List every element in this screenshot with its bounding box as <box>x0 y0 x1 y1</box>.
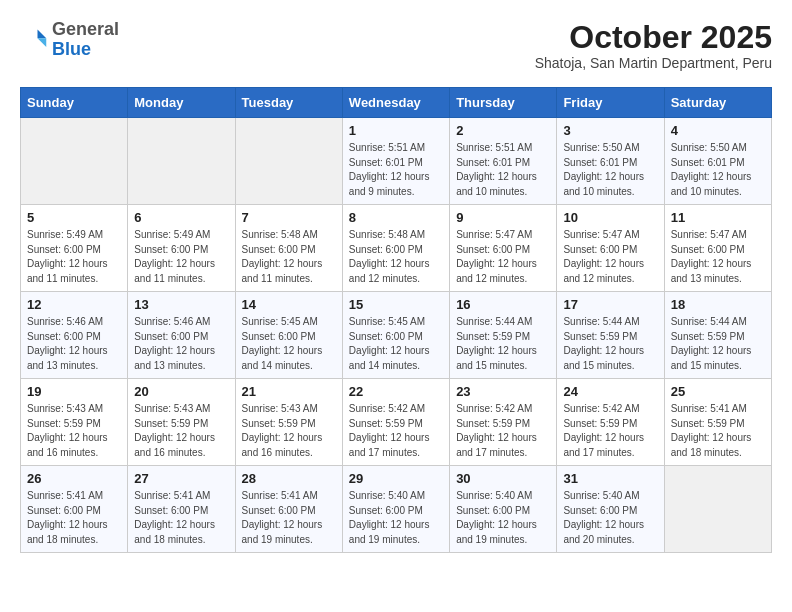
calendar-cell: 20Sunrise: 5:43 AM Sunset: 5:59 PM Dayli… <box>128 379 235 466</box>
day-number: 24 <box>563 384 657 399</box>
logo: General Blue <box>20 20 119 60</box>
calendar-cell: 19Sunrise: 5:43 AM Sunset: 5:59 PM Dayli… <box>21 379 128 466</box>
day-number: 28 <box>242 471 336 486</box>
day-info: Sunrise: 5:42 AM Sunset: 5:59 PM Dayligh… <box>563 402 657 460</box>
day-number: 12 <box>27 297 121 312</box>
calendar-cell: 16Sunrise: 5:44 AM Sunset: 5:59 PM Dayli… <box>450 292 557 379</box>
day-info: Sunrise: 5:50 AM Sunset: 6:01 PM Dayligh… <box>563 141 657 199</box>
day-number: 4 <box>671 123 765 138</box>
calendar-cell: 13Sunrise: 5:46 AM Sunset: 6:00 PM Dayli… <box>128 292 235 379</box>
day-number: 16 <box>456 297 550 312</box>
day-info: Sunrise: 5:43 AM Sunset: 5:59 PM Dayligh… <box>134 402 228 460</box>
day-number: 1 <box>349 123 443 138</box>
location-subtitle: Shatoja, San Martin Department, Peru <box>535 55 772 71</box>
calendar-week-3: 12Sunrise: 5:46 AM Sunset: 6:00 PM Dayli… <box>21 292 772 379</box>
day-info: Sunrise: 5:47 AM Sunset: 6:00 PM Dayligh… <box>563 228 657 286</box>
calendar-cell: 14Sunrise: 5:45 AM Sunset: 6:00 PM Dayli… <box>235 292 342 379</box>
logo-text: General Blue <box>52 20 119 60</box>
day-number: 2 <box>456 123 550 138</box>
calendar-cell: 6Sunrise: 5:49 AM Sunset: 6:00 PM Daylig… <box>128 205 235 292</box>
title-block: October 2025 Shatoja, San Martin Departm… <box>535 20 772 71</box>
day-info: Sunrise: 5:44 AM Sunset: 5:59 PM Dayligh… <box>671 315 765 373</box>
day-info: Sunrise: 5:42 AM Sunset: 5:59 PM Dayligh… <box>349 402 443 460</box>
day-info: Sunrise: 5:51 AM Sunset: 6:01 PM Dayligh… <box>456 141 550 199</box>
day-number: 26 <box>27 471 121 486</box>
weekday-header-thursday: Thursday <box>450 88 557 118</box>
day-info: Sunrise: 5:48 AM Sunset: 6:00 PM Dayligh… <box>349 228 443 286</box>
day-info: Sunrise: 5:43 AM Sunset: 5:59 PM Dayligh… <box>242 402 336 460</box>
calendar-week-1: 1Sunrise: 5:51 AM Sunset: 6:01 PM Daylig… <box>21 118 772 205</box>
month-title: October 2025 <box>535 20 772 55</box>
calendar-cell: 8Sunrise: 5:48 AM Sunset: 6:00 PM Daylig… <box>342 205 449 292</box>
day-number: 31 <box>563 471 657 486</box>
calendar-cell: 15Sunrise: 5:45 AM Sunset: 6:00 PM Dayli… <box>342 292 449 379</box>
calendar-cell: 30Sunrise: 5:40 AM Sunset: 6:00 PM Dayli… <box>450 466 557 553</box>
calendar-cell: 23Sunrise: 5:42 AM Sunset: 5:59 PM Dayli… <box>450 379 557 466</box>
weekday-header-monday: Monday <box>128 88 235 118</box>
day-number: 6 <box>134 210 228 225</box>
calendar-cell: 24Sunrise: 5:42 AM Sunset: 5:59 PM Dayli… <box>557 379 664 466</box>
day-number: 14 <box>242 297 336 312</box>
day-number: 11 <box>671 210 765 225</box>
calendar-week-5: 26Sunrise: 5:41 AM Sunset: 6:00 PM Dayli… <box>21 466 772 553</box>
calendar-cell: 2Sunrise: 5:51 AM Sunset: 6:01 PM Daylig… <box>450 118 557 205</box>
day-info: Sunrise: 5:46 AM Sunset: 6:00 PM Dayligh… <box>27 315 121 373</box>
weekday-header-saturday: Saturday <box>664 88 771 118</box>
day-number: 10 <box>563 210 657 225</box>
calendar-cell: 22Sunrise: 5:42 AM Sunset: 5:59 PM Dayli… <box>342 379 449 466</box>
calendar-cell: 5Sunrise: 5:49 AM Sunset: 6:00 PM Daylig… <box>21 205 128 292</box>
day-info: Sunrise: 5:51 AM Sunset: 6:01 PM Dayligh… <box>349 141 443 199</box>
day-number: 17 <box>563 297 657 312</box>
calendar-cell: 4Sunrise: 5:50 AM Sunset: 6:01 PM Daylig… <box>664 118 771 205</box>
day-number: 30 <box>456 471 550 486</box>
day-info: Sunrise: 5:47 AM Sunset: 6:00 PM Dayligh… <box>456 228 550 286</box>
weekday-header-friday: Friday <box>557 88 664 118</box>
day-number: 13 <box>134 297 228 312</box>
day-number: 21 <box>242 384 336 399</box>
calendar-cell: 28Sunrise: 5:41 AM Sunset: 6:00 PM Dayli… <box>235 466 342 553</box>
calendar-cell: 21Sunrise: 5:43 AM Sunset: 5:59 PM Dayli… <box>235 379 342 466</box>
calendar-cell <box>664 466 771 553</box>
day-number: 7 <box>242 210 336 225</box>
day-number: 15 <box>349 297 443 312</box>
day-number: 18 <box>671 297 765 312</box>
calendar-cell: 7Sunrise: 5:48 AM Sunset: 6:00 PM Daylig… <box>235 205 342 292</box>
day-number: 5 <box>27 210 121 225</box>
day-info: Sunrise: 5:46 AM Sunset: 6:00 PM Dayligh… <box>134 315 228 373</box>
calendar-cell: 1Sunrise: 5:51 AM Sunset: 6:01 PM Daylig… <box>342 118 449 205</box>
calendar-cell: 17Sunrise: 5:44 AM Sunset: 5:59 PM Dayli… <box>557 292 664 379</box>
day-info: Sunrise: 5:40 AM Sunset: 6:00 PM Dayligh… <box>563 489 657 547</box>
calendar-cell: 3Sunrise: 5:50 AM Sunset: 6:01 PM Daylig… <box>557 118 664 205</box>
svg-marker-1 <box>38 38 47 47</box>
day-info: Sunrise: 5:41 AM Sunset: 6:00 PM Dayligh… <box>134 489 228 547</box>
day-number: 22 <box>349 384 443 399</box>
day-number: 8 <box>349 210 443 225</box>
day-info: Sunrise: 5:40 AM Sunset: 6:00 PM Dayligh… <box>456 489 550 547</box>
day-number: 29 <box>349 471 443 486</box>
day-number: 25 <box>671 384 765 399</box>
day-info: Sunrise: 5:47 AM Sunset: 6:00 PM Dayligh… <box>671 228 765 286</box>
weekday-header-tuesday: Tuesday <box>235 88 342 118</box>
calendar-cell: 31Sunrise: 5:40 AM Sunset: 6:00 PM Dayli… <box>557 466 664 553</box>
weekday-header-row: SundayMondayTuesdayWednesdayThursdayFrid… <box>21 88 772 118</box>
day-info: Sunrise: 5:43 AM Sunset: 5:59 PM Dayligh… <box>27 402 121 460</box>
calendar-cell: 10Sunrise: 5:47 AM Sunset: 6:00 PM Dayli… <box>557 205 664 292</box>
calendar-cell <box>128 118 235 205</box>
day-number: 3 <box>563 123 657 138</box>
calendar-cell: 25Sunrise: 5:41 AM Sunset: 5:59 PM Dayli… <box>664 379 771 466</box>
day-info: Sunrise: 5:41 AM Sunset: 5:59 PM Dayligh… <box>671 402 765 460</box>
day-number: 23 <box>456 384 550 399</box>
calendar-cell: 18Sunrise: 5:44 AM Sunset: 5:59 PM Dayli… <box>664 292 771 379</box>
page-header: General Blue October 2025 Shatoja, San M… <box>20 20 772 71</box>
calendar-cell: 26Sunrise: 5:41 AM Sunset: 6:00 PM Dayli… <box>21 466 128 553</box>
day-info: Sunrise: 5:44 AM Sunset: 5:59 PM Dayligh… <box>456 315 550 373</box>
day-number: 20 <box>134 384 228 399</box>
calendar-cell: 9Sunrise: 5:47 AM Sunset: 6:00 PM Daylig… <box>450 205 557 292</box>
day-info: Sunrise: 5:42 AM Sunset: 5:59 PM Dayligh… <box>456 402 550 460</box>
calendar-cell: 12Sunrise: 5:46 AM Sunset: 6:00 PM Dayli… <box>21 292 128 379</box>
day-info: Sunrise: 5:49 AM Sunset: 6:00 PM Dayligh… <box>27 228 121 286</box>
day-number: 27 <box>134 471 228 486</box>
day-info: Sunrise: 5:41 AM Sunset: 6:00 PM Dayligh… <box>242 489 336 547</box>
day-info: Sunrise: 5:45 AM Sunset: 6:00 PM Dayligh… <box>349 315 443 373</box>
calendar-week-4: 19Sunrise: 5:43 AM Sunset: 5:59 PM Dayli… <box>21 379 772 466</box>
